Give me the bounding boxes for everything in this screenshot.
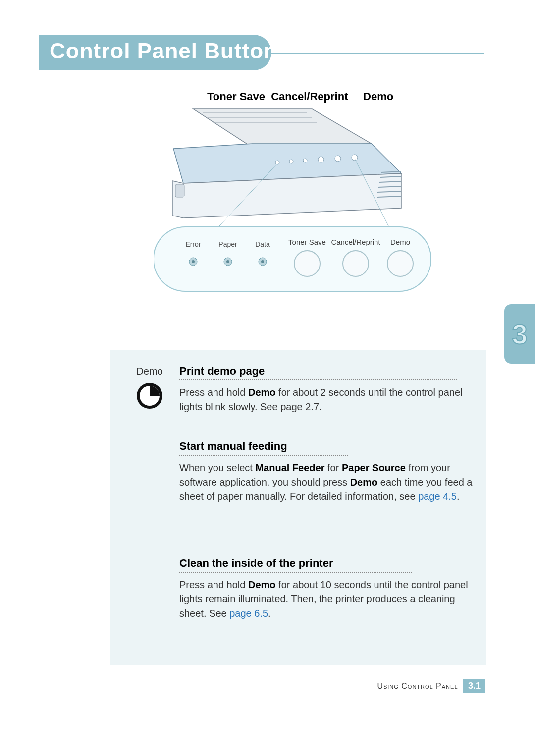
- section-print-demo-page: Print demo page Press and hold Demo for …: [179, 365, 473, 414]
- svg-point-0: [275, 161, 279, 164]
- chapter-tab: 3: [504, 304, 535, 364]
- cp-btn-toner-save-label: Toner Save: [288, 238, 326, 246]
- chapter-number: 3: [512, 318, 527, 350]
- svg-point-15: [343, 251, 369, 276]
- page-title: Control Panel Buttons: [50, 39, 290, 63]
- svg-point-1: [289, 160, 293, 163]
- cp-btn-demo-label: Demo: [390, 238, 410, 246]
- divider: [179, 455, 348, 456]
- svg-point-16: [387, 251, 413, 276]
- section-start-manual-feeding: Start manual feeding When you select Man…: [179, 440, 473, 504]
- cp-led-paper-label: Paper: [218, 240, 237, 248]
- intro-demo: Demo: [363, 90, 393, 103]
- section3-heading: Clean the inside of the printer: [179, 557, 473, 570]
- title-rule: [271, 53, 484, 54]
- intro-cancel-reprint: Cancel/Reprint: [271, 90, 348, 103]
- svg-point-3: [318, 157, 324, 162]
- svg-rect-6: [175, 184, 184, 197]
- info-box: Demo Print demo page Press and hold Demo…: [110, 350, 486, 665]
- cp-led-data-label: Data: [255, 240, 270, 248]
- link-page-4-5[interactable]: page 4.5: [418, 491, 457, 502]
- svg-point-9: [192, 260, 195, 263]
- svg-point-5: [352, 155, 358, 161]
- page-footer: Using Control Panel 3.1: [109, 679, 485, 693]
- divider: [179, 572, 412, 573]
- section1-body: Press and hold Demo for about 2 seconds …: [179, 385, 473, 414]
- svg-point-13: [261, 260, 264, 263]
- divider: [179, 379, 457, 380]
- section2-body: When you select Manual Feeder for Paper …: [179, 461, 473, 504]
- footer-page-number: 3.1: [463, 679, 485, 693]
- svg-point-2: [303, 159, 307, 162]
- link-page-6-5[interactable]: page 6.5: [229, 608, 268, 619]
- svg-point-11: [226, 260, 229, 263]
- demo-button-icon: [135, 381, 164, 411]
- demo-column-label: Demo: [125, 366, 174, 377]
- svg-point-14: [294, 251, 320, 276]
- cp-led-error-label: Error: [185, 240, 201, 248]
- cp-btn-cancel-reprint-label: Cancel/Reprint: [331, 238, 380, 246]
- intro-button-labels: Toner Save Cancel/Reprint Demo: [207, 90, 393, 103]
- section-clean-inside-printer: Clean the inside of the printer Press an…: [179, 557, 473, 621]
- section3-body: Press and hold Demo for about 10 seconds…: [179, 578, 473, 621]
- svg-point-4: [335, 156, 341, 162]
- section2-heading: Start manual feeding: [179, 440, 473, 453]
- demo-button-column: Demo: [125, 366, 174, 413]
- printer-illustration: Error Paper Data Toner Save Cancel/Repri…: [154, 104, 431, 312]
- intro-toner-save: Toner Save: [207, 90, 265, 103]
- footer-section-label: Using Control Panel: [377, 682, 458, 690]
- section1-heading: Print demo page: [179, 365, 473, 378]
